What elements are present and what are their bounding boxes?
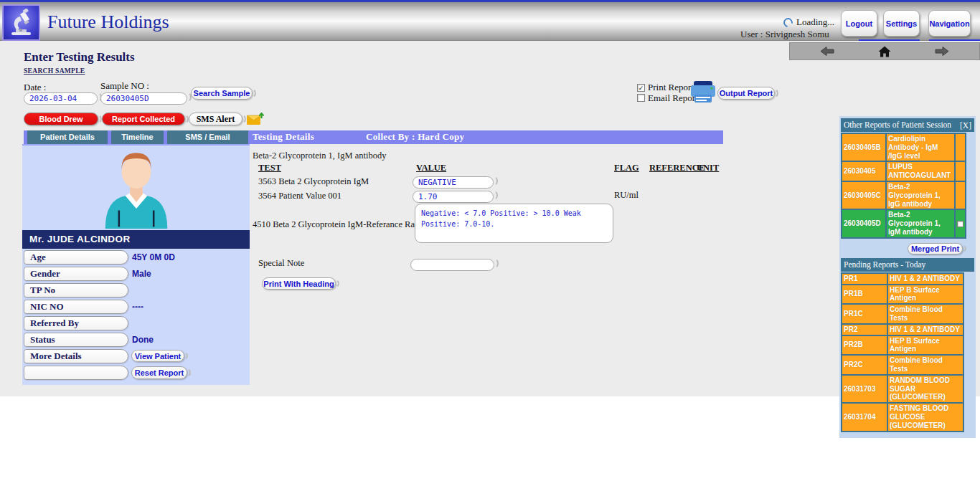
report-name[interactable]: Beta-2 Glycoprotein 1, IgG antibody: [886, 181, 955, 209]
reference-range-textarea[interactable]: Negative: < 7.0 Positive: > 10.0 Weak Po…: [415, 204, 613, 243]
send-mail-icon[interactable]: [247, 112, 264, 125]
pending-reports-title: Pending Reports - Today: [844, 258, 925, 272]
report-row[interactable]: 26030405C Beta-2 Glycoprotein 1, IgG ant…: [842, 181, 966, 209]
field-label-more-details: More Details: [24, 349, 128, 363]
pending-row[interactable]: PR1C Combine Blood Tests: [842, 304, 963, 324]
pending-id[interactable]: PR1B: [842, 285, 887, 305]
report-id[interactable]: 26030405C: [842, 181, 886, 209]
date-input[interactable]: [24, 92, 98, 105]
test-value-wrap: [413, 189, 494, 201]
pending-id[interactable]: PR1: [842, 273, 887, 285]
pending-row[interactable]: 26031703 RANDOM BLOOD SUGAR (GLUCOMETER): [842, 375, 963, 403]
logout-button[interactable]: Logout: [841, 10, 877, 37]
email-report-checkbox[interactable]: [637, 94, 645, 102]
field-value-nic-no: ----: [132, 302, 143, 312]
field-label-nic-no: NIC NO: [24, 300, 128, 314]
report-row[interactable]: 26030405 LUPUS ANTICOAGULANT: [842, 161, 966, 181]
forward-arrow-icon[interactable]: [935, 47, 949, 56]
pending-row[interactable]: PR2B HEP B Surface Antigen: [842, 335, 963, 356]
pending-name[interactable]: HEP B Surface Antigen: [887, 285, 963, 305]
output-report-button[interactable]: Output Report: [717, 87, 775, 100]
report-name[interactable]: Beta-2 Glycoprotein 1, IgM antibody: [886, 209, 955, 237]
home-icon[interactable]: [878, 46, 891, 57]
tab-strip: Patient Details Timeline SMS / Email Tes…: [24, 130, 723, 144]
pending-row[interactable]: 26031704 FASTING BLOOD GLUCOSE (GLUCOMET…: [842, 403, 963, 431]
page-title: Enter Testing Results: [24, 50, 135, 65]
other-reports-title: Other Reports of Patient Session: [844, 118, 951, 132]
report-collected-button[interactable]: Report Collected: [102, 113, 185, 125]
reports-sidebar: Other Reports of Patient Session [X] 260…: [839, 116, 976, 438]
app-logo: [2, 4, 40, 41]
pending-name[interactable]: RANDOM BLOOD SUGAR (GLUCOMETER): [887, 375, 963, 403]
column-header-flag: FLAG: [614, 163, 639, 173]
pending-name[interactable]: HIV 1 & 2 ANTIBODY: [887, 273, 963, 285]
field-label-tp-no: TP No: [24, 283, 128, 297]
field-value-age: 45Y 0M 0D: [132, 252, 175, 262]
sample-no-input[interactable]: [100, 92, 187, 105]
pending-id[interactable]: PR2C: [842, 355, 887, 375]
pending-name[interactable]: HEP B Surface Antigen: [887, 335, 963, 356]
printer-icon[interactable]: [690, 80, 716, 103]
merged-print-row: Merged Print: [839, 243, 969, 255]
test-value-input[interactable]: [413, 176, 494, 189]
sample-no-label: Sample NO :: [100, 80, 149, 92]
pending-name[interactable]: Combine Blood Tests: [887, 355, 963, 375]
report-name[interactable]: LUPUS ANTICOAGULANT: [886, 161, 955, 181]
field-label-referred-by: Referred By: [24, 316, 128, 330]
print-report-checkbox[interactable]: [637, 84, 645, 92]
field-label-status: Status: [24, 333, 128, 347]
test-row-name: 3563 Beta 2 Glycoprotein IgM: [258, 176, 369, 187]
report-name[interactable]: Cardiolipin Antibody - IgM /IgG level: [886, 133, 955, 161]
tab-sms-email[interactable]: SMS / Email: [167, 130, 248, 144]
close-icon[interactable]: [X]: [960, 121, 971, 130]
pending-reports-header: Pending Reports - Today: [841, 258, 974, 272]
date-field-wrap: [24, 91, 98, 103]
settings-button[interactable]: Settings: [883, 10, 920, 37]
pending-id[interactable]: PR1C: [842, 304, 887, 324]
app-window: Future Holdings Loading... User : Srivig…: [0, 0, 980, 486]
merged-print-button[interactable]: Merged Print: [908, 243, 963, 254]
loading-spinner-icon: [781, 16, 794, 29]
field-label-empty: [24, 366, 128, 380]
special-note-input[interactable]: [410, 259, 494, 271]
test-value-input[interactable]: [413, 191, 494, 203]
test-row-name: 3564 Patient Value 001: [258, 191, 341, 201]
tab-timeline[interactable]: Timeline: [111, 130, 164, 144]
navigation-button[interactable]: Navigation: [928, 10, 971, 37]
test-value-wrap: [413, 175, 494, 187]
pending-row[interactable]: PR1B HEP B Surface Antigen: [842, 285, 963, 305]
pending-reports-table: PR1 HIV 1 & 2 ANTIBODY PR1B HEP B Surfac…: [841, 272, 964, 432]
pending-id[interactable]: 26031703: [842, 375, 887, 403]
patient-name: Mr. JUDE ALCINDOR: [22, 230, 250, 249]
field-label-age: Age: [24, 250, 128, 265]
sms-alert-button[interactable]: SMS Alert: [189, 113, 242, 125]
history-navigation-bar: [789, 42, 980, 60]
pending-id[interactable]: PR2B: [842, 335, 887, 356]
pending-id[interactable]: PR2: [842, 324, 887, 335]
loading-text: Loading...: [796, 16, 834, 28]
tab-patient-details[interactable]: Patient Details: [27, 130, 108, 144]
report-select-checkbox[interactable]: [957, 221, 963, 227]
pending-name[interactable]: FASTING BLOOD GLUCOSE (GLUCOMETER): [887, 403, 963, 431]
report-row[interactable]: 26030405D Beta-2 Glycoprotein 1, IgM ant…: [842, 209, 966, 237]
pending-row[interactable]: PR1 HIV 1 & 2 ANTIBODY: [842, 273, 963, 285]
report-id[interactable]: 26030405B: [842, 133, 886, 161]
reset-report-button[interactable]: Reset Report: [131, 366, 187, 379]
report-id[interactable]: 26030405D: [842, 209, 886, 237]
blood-drew-button[interactable]: Blood Drew: [24, 113, 98, 125]
pending-row[interactable]: PR2 HIV 1 & 2 ANTIBODY: [842, 324, 963, 335]
special-note-wrap: [410, 257, 494, 270]
print-with-heading-button[interactable]: Print With Heading: [262, 277, 336, 290]
view-patient-button[interactable]: View Patient: [131, 350, 184, 362]
pending-name[interactable]: Combine Blood Tests: [887, 304, 963, 324]
patient-avatar: [90, 148, 182, 229]
back-arrow-icon[interactable]: [820, 47, 834, 56]
search-sample-link[interactable]: SEARCH SAMPLE: [24, 67, 85, 75]
pending-id[interactable]: 26031704: [842, 403, 887, 431]
report-row[interactable]: 26030405B Cardiolipin Antibody - IgM /Ig…: [842, 133, 966, 161]
pending-row[interactable]: PR2C Combine Blood Tests: [842, 355, 963, 375]
search-sample-button[interactable]: Search Sample: [191, 87, 253, 100]
report-id[interactable]: 26030405: [842, 161, 886, 181]
field-label-gender: Gender: [24, 267, 128, 281]
pending-name[interactable]: HIV 1 & 2 ANTIBODY: [887, 324, 963, 335]
